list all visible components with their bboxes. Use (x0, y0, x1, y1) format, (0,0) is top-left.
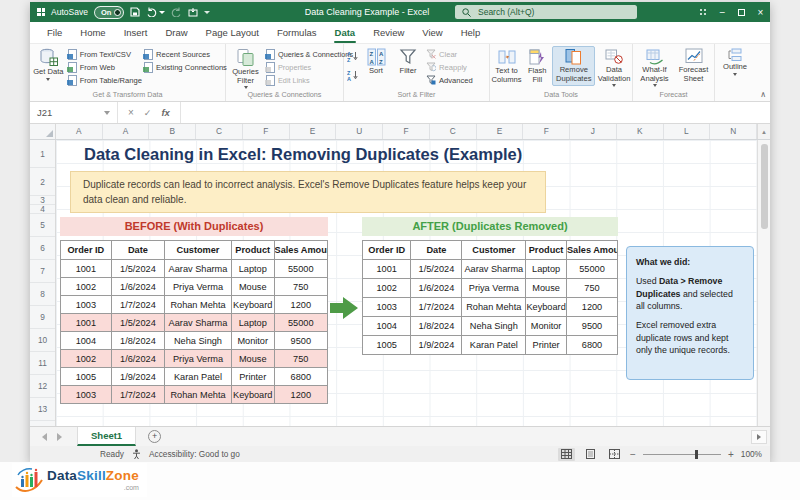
table-cell[interactable]: 1/7/2024 (111, 296, 164, 314)
table-cell[interactable]: 1005 (61, 368, 112, 386)
table-cell[interactable]: 1004 (363, 317, 411, 336)
column-header[interactable]: F (523, 124, 570, 139)
zoom-out-button[interactable]: − (630, 449, 636, 460)
table-cell[interactable]: Laptop (231, 260, 274, 278)
ribbon-tab[interactable]: Draw (156, 22, 196, 43)
row-header[interactable]: 6 (30, 237, 55, 260)
table-cell[interactable]: 1/8/2024 (111, 332, 164, 350)
table-cell[interactable]: 1003 (363, 298, 411, 317)
outline-button[interactable]: Outline (718, 46, 752, 76)
table-cell[interactable]: 750 (566, 279, 617, 298)
table-cell[interactable]: 1/5/2024 (411, 260, 462, 279)
add-sheet-button[interactable]: + (148, 430, 161, 443)
table-cell[interactable]: 1/5/2024 (111, 260, 164, 278)
table-cell[interactable]: 750 (274, 350, 327, 368)
table-cell[interactable]: 1002 (363, 279, 411, 298)
ribbon-tab[interactable]: View (413, 22, 451, 43)
column-header[interactable]: C (196, 124, 243, 139)
cancel-entry-icon[interactable]: × (128, 107, 134, 118)
queries-filter-button[interactable]: Queries Filter (227, 46, 264, 89)
autosave-toggle[interactable]: On (94, 6, 124, 19)
table-cell[interactable]: 1/8/2024 (411, 317, 462, 336)
sort-button[interactable]: ZAAZ Sort (362, 46, 390, 76)
customize-toolbar-button[interactable] (188, 8, 198, 17)
ribbon-tab[interactable]: Insert (115, 22, 157, 43)
table-cell[interactable]: 1001 (363, 260, 411, 279)
search-input[interactable] (476, 6, 626, 18)
remove-duplicates-button[interactable]: Remove Duplicates (552, 46, 595, 86)
table-cell[interactable]: 55000 (274, 314, 327, 332)
formula-input[interactable] (181, 102, 770, 123)
vertical-scroll-thumb[interactable] (761, 144, 768, 229)
table-cell[interactable]: Printer (526, 336, 567, 355)
sheet-canvas[interactable]: Data Cleaning in Excel: Removing Duplica… (56, 140, 757, 426)
filter-button[interactable]: Filter (392, 46, 424, 76)
table-cell[interactable]: Rohan Mehta (165, 296, 232, 314)
page-break-view-button[interactable] (606, 448, 623, 461)
table-cell[interactable]: Priya Verma (165, 278, 232, 296)
zoom-in-button[interactable]: + (728, 449, 734, 460)
table-cell[interactable]: Rohan Mehta (462, 298, 526, 317)
from-text-csv-button[interactable]: From Text/CSV (68, 48, 142, 60)
table-cell[interactable]: Printer (231, 368, 274, 386)
table-cell[interactable]: 1200 (274, 386, 327, 404)
column-header[interactable]: E (290, 124, 337, 139)
close-button[interactable]: × (751, 2, 770, 22)
from-table-range-button[interactable]: From Table/Range (68, 74, 142, 86)
table-cell[interactable]: Laptop (526, 260, 567, 279)
minimize-button[interactable]: − (713, 2, 732, 22)
get-data-button[interactable]: Get Data (31, 46, 66, 81)
table-cell[interactable]: Monitor (526, 317, 567, 336)
queries-connections-button[interactable]: Queries & Connections (266, 48, 342, 60)
redo-button[interactable] (171, 7, 182, 17)
maximize-button[interactable] (732, 2, 751, 22)
table-cell[interactable]: 1003 (61, 386, 112, 404)
ribbon-tab[interactable]: File (38, 22, 71, 43)
page-layout-view-button[interactable] (582, 448, 599, 461)
table-cell[interactable]: 1005 (363, 336, 411, 355)
table-cell[interactable]: 1/7/2024 (111, 386, 164, 404)
table-cell[interactable]: 750 (274, 278, 327, 296)
column-header[interactable]: K (617, 124, 664, 139)
table-cell[interactable]: Priya Verma (165, 350, 232, 368)
column-header[interactable]: E (477, 124, 524, 139)
column-header[interactable]: J (570, 124, 617, 139)
column-header[interactable]: L (664, 124, 711, 139)
table-cell[interactable]: Mouse (231, 278, 274, 296)
table-cell[interactable]: 1003 (61, 296, 112, 314)
ribbon-tab[interactable]: Home (71, 22, 114, 43)
table-cell[interactable]: 1001 (61, 314, 112, 332)
table-cell[interactable]: Mouse (526, 279, 567, 298)
table-cell[interactable]: 1/6/2024 (411, 279, 462, 298)
table-cell[interactable]: Monitor (231, 332, 274, 350)
accessibility-status[interactable]: Accessibility: Good to go (149, 449, 240, 459)
table-cell[interactable]: Neha Singh (462, 317, 526, 336)
table-cell[interactable]: 9500 (566, 317, 617, 336)
zoom-slider-thumb[interactable] (695, 450, 699, 459)
sort-az-button[interactable]: AZ (347, 48, 359, 66)
row-header[interactable]: 5 (30, 214, 55, 237)
table-cell[interactable]: Laptop (231, 314, 274, 332)
table-cell[interactable]: 1200 (274, 296, 327, 314)
tab-sheet1[interactable]: Sheet1 (77, 427, 136, 446)
undo-button[interactable] (146, 7, 165, 17)
table-cell[interactable]: Karan Patel (165, 368, 232, 386)
reapply-filter-button[interactable]: Reapply (426, 61, 482, 73)
row-header[interactable]: 10 (30, 329, 55, 352)
what-if-analysis-button[interactable]: What-If Analysis (636, 46, 674, 87)
table-cell[interactable]: 1/6/2024 (111, 278, 164, 296)
table-cell[interactable]: 1/9/2024 (411, 336, 462, 355)
forecast-sheet-button[interactable]: Forecast Sheet (676, 46, 712, 83)
column-header[interactable]: F (243, 124, 290, 139)
collapse-ribbon-icon[interactable]: ∧ (760, 90, 766, 99)
table-cell[interactable]: Keyboard (231, 296, 274, 314)
row-header[interactable]: 1 (30, 140, 55, 168)
ribbon-tab[interactable]: Data (326, 22, 365, 43)
advanced-filter-button[interactable]: Advanced (426, 74, 482, 86)
ribbon-options-button[interactable] (694, 2, 713, 22)
zoom-slider[interactable] (643, 454, 721, 455)
column-header[interactable]: A (103, 124, 150, 139)
next-sheet-icon[interactable] (57, 433, 62, 441)
row-header[interactable]: 7 (30, 260, 55, 283)
app-launcher-icon[interactable] (37, 8, 45, 16)
